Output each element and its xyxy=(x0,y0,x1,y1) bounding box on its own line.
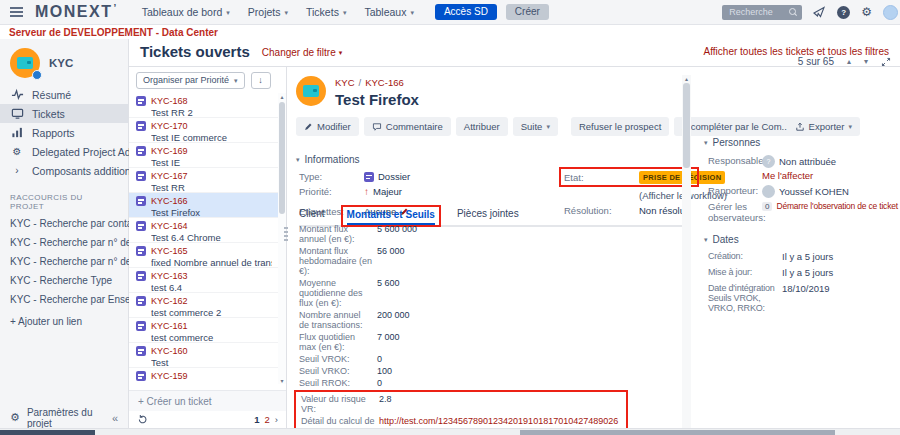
feedback-megaphone-icon[interactable] xyxy=(813,6,826,18)
search-box[interactable] xyxy=(722,5,802,20)
help-icon[interactable]: ? xyxy=(837,6,850,19)
informations-section-header[interactable]: ▾ Informations xyxy=(296,154,360,165)
menu-tableaux-de-bord[interactable]: Tableaux de bord▾ xyxy=(142,6,230,18)
content-header: Tickets ouverts Changer de filtre▾ Affic… xyxy=(129,39,900,66)
sidebar-item-resume[interactable]: Résumé xyxy=(0,85,128,104)
watchers-count-badge: 0 xyxy=(762,202,772,211)
dossier-type-icon xyxy=(364,172,374,182)
next-page-icon[interactable]: › xyxy=(275,414,278,425)
breadcrumb: KYC / KYC-166 xyxy=(335,77,419,88)
start-watching-link[interactable]: Démarre l'observation de ce ticket xyxy=(776,201,897,211)
ticket-row[interactable]: KYC-169Test IE xyxy=(129,143,278,168)
panel-resize-handle[interactable] xyxy=(284,227,288,241)
scrollbar-thumb[interactable] xyxy=(279,102,285,214)
scrollbar-thumb[interactable] xyxy=(0,430,95,435)
shortcut-recherche-ticket[interactable]: KYC - Recherche par n° de ticket xyxy=(0,233,128,252)
menu-tickets[interactable]: Tickets▾ xyxy=(306,6,346,18)
topnav-right: ? ⚙ xyxy=(722,5,890,20)
detail-scrollbar[interactable]: ▴ xyxy=(682,75,691,428)
breadcrumb-project-link[interactable]: KYC xyxy=(335,77,355,88)
dates-section-header[interactable]: ▾ Dates xyxy=(704,234,739,245)
ticket-title: Test Firefox xyxy=(335,91,419,108)
modify-button[interactable]: Modifier xyxy=(296,117,359,136)
ticket-row[interactable]: KYC-161test commerce xyxy=(129,318,278,343)
sidebar-item-delegated-admin[interactable]: ⚙ Delegated Project Admin xyxy=(0,142,128,161)
page-1[interactable]: 1 xyxy=(254,414,259,425)
acces-sd-button[interactable]: Accès SD xyxy=(435,4,497,20)
shortcut-recherche-contact[interactable]: KYC - Recherche par contact xyxy=(0,214,128,233)
create-ticket-link[interactable]: + Créer un ticket xyxy=(129,390,286,411)
ticket-row[interactable]: KYC-160Test xyxy=(129,343,278,368)
logo-tick: ’ xyxy=(113,3,117,14)
project-header[interactable]: KYC xyxy=(0,39,128,85)
list-footer: 1 2 › xyxy=(129,411,286,428)
screen-icon xyxy=(10,107,24,120)
refresh-icon[interactable] xyxy=(137,414,148,425)
people-section-header[interactable]: ▾ Personnes xyxy=(704,137,760,148)
ticket-row[interactable]: KYC-168Test RR 2 xyxy=(129,93,278,118)
assignee-row: Responsable: ?Non attribuée xyxy=(708,155,836,168)
shortcut-recherche-type[interactable]: KYC - Recherche Type xyxy=(0,271,128,290)
previous-issue-icon[interactable]: ▴ xyxy=(847,57,851,66)
gear-icon[interactable]: ⚙ xyxy=(861,6,872,18)
issue-type-icon xyxy=(136,346,146,356)
change-filter-link[interactable]: Changer de filtre▾ xyxy=(262,47,342,58)
app-window: MONEXT’ Tableaux de bord▾ Projets▾ Ticke… xyxy=(0,0,900,435)
sort-direction-button[interactable]: ↓ xyxy=(251,72,271,89)
ticket-row[interactable]: KYC-170Test IE commerce xyxy=(129,118,278,143)
create-button[interactable]: Créer xyxy=(506,4,549,20)
chart-icon xyxy=(10,126,24,139)
assign-to-me-link[interactable]: Me l'affecter xyxy=(762,170,813,181)
type-row: Type: Dossier xyxy=(299,171,410,182)
scrollbar-thumb[interactable] xyxy=(520,430,835,435)
more-actions-button[interactable]: Suite▾ xyxy=(513,117,558,136)
chevron-right-icon: › xyxy=(10,164,24,177)
ticket-list-panel: Organiser par Priorité▾ ↓ KYC-168Test RR… xyxy=(129,66,287,428)
shortcut-recherche-enseigne[interactable]: KYC - Recherche par Enseigne xyxy=(0,290,128,309)
page-2[interactable]: 2 xyxy=(265,414,270,425)
ticket-row[interactable]: KYC-167Test RR xyxy=(129,168,278,193)
monext-logo[interactable]: MONEXT’ xyxy=(35,3,117,21)
refuse-prospect-button[interactable]: Refuser le prospect xyxy=(571,117,669,136)
add-link-button[interactable]: + Ajouter un lien xyxy=(0,309,128,334)
issue-type-icon xyxy=(136,321,146,331)
priority-row: Priorité: ↑Majeur xyxy=(299,186,410,197)
ticket-row[interactable]: KYC-165fixed Nombre annuel de transa... xyxy=(129,243,278,268)
expand-icon[interactable] xyxy=(881,57,891,67)
scroll-up-icon[interactable]: ▴ xyxy=(280,93,283,100)
sort-by-select[interactable]: Organiser par Priorité▾ xyxy=(136,72,245,89)
ticket-row[interactable]: KYC-159 xyxy=(129,368,278,384)
chevron-down-icon: ▾ xyxy=(226,9,230,16)
issue-type-icon xyxy=(136,271,146,281)
shortcut-recherche-siret[interactable]: KYC - Recherche par n° de SIRET xyxy=(0,252,128,271)
user-avatar[interactable] xyxy=(883,5,898,20)
scroll-down-icon[interactable]: ▾ xyxy=(280,377,283,384)
ticket-row[interactable]: KYC-164Test 6.4 Chrome xyxy=(129,218,278,243)
project-settings-link[interactable]: Paramètres du projet xyxy=(27,407,105,429)
breadcrumb-ticket-link[interactable]: KYC-166 xyxy=(365,77,404,88)
scroll-up-icon[interactable]: ▴ xyxy=(685,75,688,82)
wallet-icon xyxy=(303,85,319,97)
menu-projets[interactable]: Projets▾ xyxy=(248,6,288,18)
ticket-row-selected[interactable]: KYC-166Test Firefox xyxy=(129,193,278,218)
horizontal-scrollbar[interactable] xyxy=(0,428,900,435)
montants-et-seuils-fields: Montant flux annuel (en €):5 600 000 Mon… xyxy=(299,223,644,435)
top-navbar: MONEXT’ Tableaux de bord▾ Projets▾ Ticke… xyxy=(0,0,900,25)
project-avatar xyxy=(10,48,40,78)
next-issue-icon[interactable]: ▾ xyxy=(864,57,868,66)
project-badge-icon xyxy=(32,70,42,80)
priority-major-icon: ↑ xyxy=(364,186,369,197)
chevron-down-icon: ▾ xyxy=(546,123,550,130)
hamburger-menu-icon[interactable] xyxy=(10,7,23,17)
sidebar-item-rapports[interactable]: Rapports xyxy=(0,123,128,142)
ticket-row[interactable]: KYC-162test commerce 2 xyxy=(129,293,278,318)
ticket-row[interactable]: KYC-163test 6.4 xyxy=(129,268,278,293)
comment-button[interactable]: Commentaire xyxy=(364,117,451,136)
assign-button[interactable]: Attribuer xyxy=(456,117,508,136)
menu-tableaux[interactable]: Tableaux▾ xyxy=(364,6,414,18)
collapse-sidebar-icon[interactable]: « xyxy=(112,412,118,424)
scrollbar-thumb[interactable] xyxy=(683,83,690,168)
sidebar-item-tickets[interactable]: Tickets xyxy=(0,104,128,123)
sidebar-item-composants[interactable]: › Composants additionnels xyxy=(0,161,128,180)
search-input[interactable] xyxy=(727,6,785,18)
